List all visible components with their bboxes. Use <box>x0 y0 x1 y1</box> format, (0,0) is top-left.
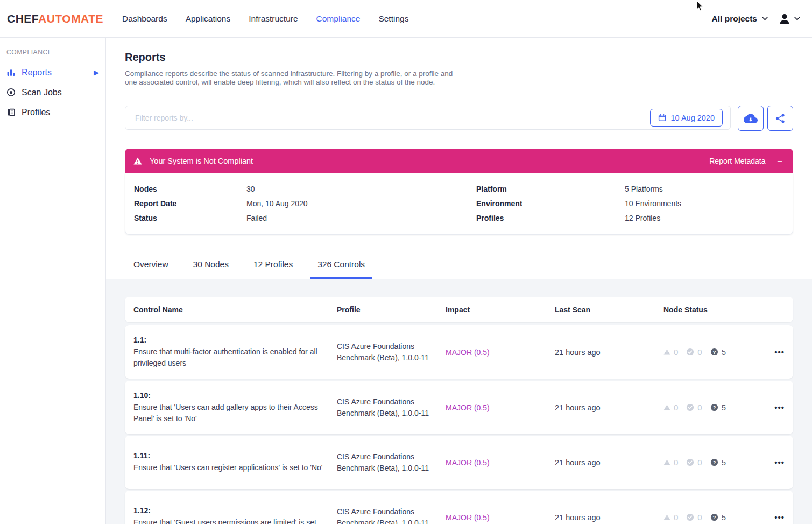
control-cell: 1.11: Ensure that 'Users can register ap… <box>133 451 337 473</box>
submenu-arrow-icon[interactable]: ▶ <box>94 68 99 76</box>
filter-input[interactable] <box>125 106 731 130</box>
control-id: 1.12: <box>133 506 337 515</box>
control-description: Ensure that 'Users can add gallery apps … <box>133 402 323 424</box>
tab-profiles[interactable]: 12 Profiles <box>246 253 300 279</box>
meta-label: Environment <box>476 197 625 211</box>
tab-controls[interactable]: 326 Controls <box>310 253 372 279</box>
failed-warning-icon <box>663 349 670 355</box>
projects-dropdown[interactable]: All projects <box>712 14 768 24</box>
skipped-count: 5 <box>722 347 726 357</box>
passed-count: 0 <box>697 403 702 412</box>
banner-right: Report Metadata – <box>709 157 782 166</box>
table-row[interactable]: 1.11: Ensure that 'Users can register ap… <box>125 436 793 489</box>
report-tabs: Overview 30 Nodes 12 Profiles 326 Contro… <box>126 253 382 279</box>
impact-cell: MAJOR (0.5) <box>446 513 555 522</box>
profile-cell: CIS Azure Foundations Benchmark (Beta), … <box>337 451 429 474</box>
meta-label: Report Date <box>134 197 246 211</box>
sidebar-item-profiles[interactable]: Profiles <box>0 102 105 122</box>
meta-value: 12 Profiles <box>625 211 660 226</box>
node-status-cell: 0 0 ? 5 <box>663 513 761 522</box>
nav-infrastructure[interactable]: Infrastructure <box>249 14 298 24</box>
last-scan-cell: 21 hours ago <box>555 513 663 522</box>
passed-count: 0 <box>697 458 702 467</box>
passed-check-icon <box>686 458 694 466</box>
profile-cell: CIS Azure Foundations Benchmark (Beta), … <box>337 341 429 364</box>
row-menu-icon[interactable]: ••• <box>774 458 785 467</box>
sidebar: COMPLIANCE Reports ▶ Scan Jobs Profiles <box>0 38 106 524</box>
node-status-cell: 0 0 ? 5 <box>663 403 761 412</box>
passed-check-icon <box>686 403 694 411</box>
page-description: Compliance reports describe the status o… <box>125 69 457 87</box>
row-menu-icon[interactable]: ••• <box>774 403 785 412</box>
logo-chef: CHEF <box>7 12 38 25</box>
meta-value: 30 <box>246 182 255 197</box>
bar-chart-icon <box>6 68 16 77</box>
sidebar-item-label: Profiles <box>22 108 50 117</box>
profile-cell: CIS Azure Foundations Benchmark (Beta), … <box>337 396 429 419</box>
sidebar-item-scan-jobs[interactable]: Scan Jobs <box>0 82 105 102</box>
meta-label: Nodes <box>134 182 246 197</box>
passed-count: 0 <box>697 513 702 522</box>
row-menu-icon[interactable]: ••• <box>774 513 785 522</box>
control-description: Ensure that 'Guest users permissions are… <box>133 517 323 524</box>
nav-dashboards[interactable]: Dashboards <box>122 14 167 24</box>
col-impact: Impact <box>446 305 555 314</box>
failed-warning-icon <box>663 459 670 465</box>
tab-overview[interactable]: Overview <box>126 253 176 279</box>
col-profile: Profile <box>337 305 446 314</box>
profile-cell: CIS Azure Foundations Benchmark (Beta), … <box>337 506 429 524</box>
skipped-question-icon: ? <box>710 348 718 356</box>
col-last-scan: Last Scan <box>555 305 663 314</box>
svg-text:?: ? <box>712 405 716 410</box>
control-cell: 1.12: Ensure that 'Guest users permissio… <box>133 506 337 524</box>
meta-value: 5 Platforms <box>625 182 663 197</box>
tab-nodes[interactable]: 30 Nodes <box>186 253 236 279</box>
app-logo[interactable]: CHEFAUTOMATE <box>7 12 103 25</box>
navbar-right: All projects <box>712 13 800 25</box>
svg-text:?: ? <box>712 460 716 465</box>
menu-cell: ••• <box>761 347 785 357</box>
meta-label: Platform <box>476 182 625 197</box>
date-label: 10 Aug 2020 <box>671 114 715 122</box>
table-row[interactable]: 1.10: Ensure that 'Users can add gallery… <box>125 381 793 434</box>
col-node-status: Node Status <box>663 305 761 314</box>
row-menu-icon[interactable]: ••• <box>774 347 785 357</box>
impact-cell: MAJOR (0.5) <box>446 348 555 357</box>
skipped-question-icon: ? <box>710 403 718 411</box>
control-cell: 1.1: Ensure that multi-factor authentica… <box>133 336 337 369</box>
date-picker-button[interactable]: 10 Aug 2020 <box>650 109 723 127</box>
table-row[interactable]: 1.1: Ensure that multi-factor authentica… <box>125 325 793 379</box>
share-report-button[interactable] <box>767 106 793 131</box>
passed-count: 0 <box>697 347 702 357</box>
collapse-icon[interactable]: – <box>778 157 782 166</box>
banner-message: Your System is Not Compliant <box>150 157 253 165</box>
impact-cell: MAJOR (0.5) <box>446 403 555 412</box>
last-scan-cell: 21 hours ago <box>555 403 663 412</box>
skipped-count: 5 <box>722 458 726 467</box>
control-description: Ensure that 'Users can register applicat… <box>133 462 323 473</box>
warning-icon <box>133 157 142 165</box>
profiles-icon <box>6 108 16 117</box>
col-control-name: Control Name <box>133 305 337 314</box>
chevron-down-icon <box>762 17 768 20</box>
failed-count: 0 <box>674 513 678 522</box>
sidebar-item-label: Reports <box>22 68 52 78</box>
nav-settings[interactable]: Settings <box>378 14 408 24</box>
sidebar-item-reports[interactable]: Reports ▶ <box>0 62 105 82</box>
table-row[interactable]: 1.12: Ensure that 'Guest users permissio… <box>125 491 793 524</box>
main-nav: Dashboards Applications Infrastructure C… <box>122 14 427 24</box>
main-content: Reports Compliance reports describe the … <box>106 38 812 524</box>
nav-applications[interactable]: Applications <box>186 14 231 24</box>
report-metadata-panel: Nodes30 Report DateMon, 10 Aug 2020 Stat… <box>125 173 793 235</box>
user-menu[interactable] <box>779 13 800 25</box>
report-metadata-toggle[interactable]: Report Metadata <box>709 157 765 165</box>
failed-warning-icon <box>663 404 670 410</box>
impact-cell: MAJOR (0.5) <box>446 458 555 467</box>
nav-compliance[interactable]: Compliance <box>316 14 361 24</box>
filter-input-wrap: 10 Aug 2020 <box>125 106 731 130</box>
cloud-download-icon <box>744 113 758 124</box>
node-status-cell: 0 0 ? 5 <box>663 347 761 357</box>
share-icon <box>774 113 786 124</box>
download-report-button[interactable] <box>738 106 764 131</box>
node-status-cell: 0 0 ? 5 <box>663 458 761 467</box>
